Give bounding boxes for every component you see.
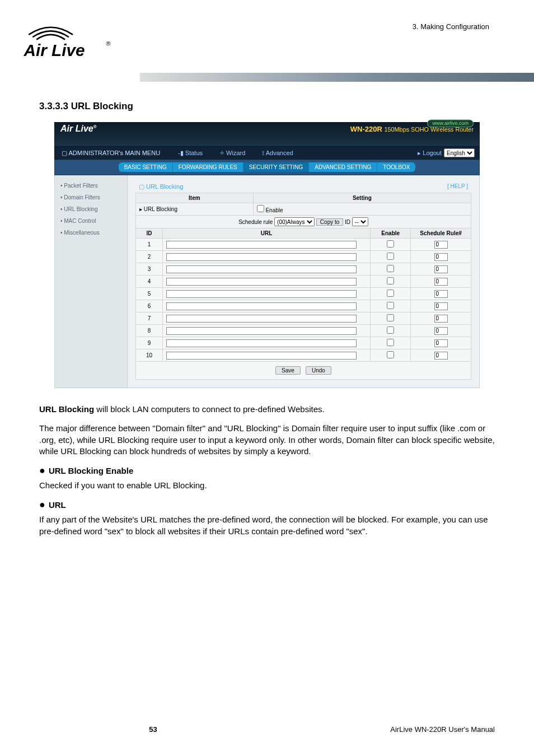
- schedule-rule-input[interactable]: [434, 327, 448, 335]
- col-item: Item: [136, 193, 254, 203]
- app-model: WN-220R 150Mbps SOHO Wireless Router: [350, 125, 474, 133]
- table-row: 8: [136, 325, 471, 337]
- row-enable-checkbox[interactable]: [387, 302, 394, 309]
- hdr-url: URL: [162, 228, 370, 239]
- schedule-rule-input[interactable]: [434, 352, 448, 360]
- row-url-cell: [162, 325, 370, 337]
- row-url-cell: [162, 276, 370, 288]
- row-url-cell: [162, 349, 370, 362]
- row-enable-checkbox[interactable]: [387, 277, 394, 284]
- row-enable-checkbox[interactable]: [387, 339, 394, 346]
- row-url-cell: [162, 337, 370, 349]
- url-input[interactable]: [166, 352, 357, 360]
- row-id: 4: [136, 276, 163, 288]
- row-enable-checkbox[interactable]: [387, 290, 394, 297]
- row-id: 1: [136, 239, 163, 251]
- row-url-cell: [162, 263, 370, 276]
- bullet-url: ●URL: [39, 499, 495, 511]
- url-input[interactable]: [166, 315, 357, 323]
- row-enable-checkbox[interactable]: [387, 265, 394, 272]
- nav-basic-setting[interactable]: BASIC SETTING: [119, 162, 173, 172]
- enable-row-label: ▸ URL Blocking: [136, 203, 254, 216]
- svg-text:Air Live: Air Live: [24, 41, 85, 59]
- row-sched-cell: [411, 312, 471, 325]
- enable-cell: Enable: [253, 203, 471, 216]
- url-input[interactable]: [166, 327, 357, 335]
- row-id: 2: [136, 251, 163, 263]
- schedule-rule-input[interactable]: [434, 253, 448, 261]
- row-sched-cell: [411, 239, 471, 251]
- sidebar-item-miscellaneous[interactable]: • Miscellaneous: [55, 227, 127, 239]
- paragraph-1: URL Blocking will block LAN computers to…: [39, 404, 495, 415]
- row-enable-checkbox[interactable]: [387, 240, 394, 248]
- language-select[interactable]: English: [444, 148, 475, 157]
- save-button[interactable]: Save: [275, 366, 301, 375]
- schedule-rule-input[interactable]: [434, 290, 448, 298]
- id-select[interactable]: --: [352, 217, 368, 226]
- table-row: 3: [136, 263, 471, 276]
- sidebar-item-domain-filters[interactable]: • Domain Filters: [55, 192, 127, 203]
- copy-to-button[interactable]: Copy to: [316, 218, 343, 226]
- row-enable-cell: [371, 288, 411, 300]
- row-enable-checkbox[interactable]: [387, 326, 394, 334]
- bullet-2-text: URL: [49, 500, 66, 510]
- logout-link[interactable]: ▸ Logout: [418, 150, 442, 157]
- header-divider: [140, 73, 534, 82]
- table-row: 9: [136, 337, 471, 349]
- schedule-row: Schedule rule (00)Always Copy to ID --: [136, 216, 471, 228]
- main-menu-label: ▢ ADMINISTRATOR's MAIN MENU: [55, 147, 167, 159]
- p1-rest: will block LAN computers to connect to p…: [94, 404, 325, 414]
- id-label: ID: [345, 219, 350, 225]
- url-input[interactable]: [166, 278, 357, 286]
- row-url-cell: [162, 288, 370, 300]
- url-input[interactable]: [166, 265, 357, 273]
- row-enable-cell: [371, 263, 411, 276]
- row-enable-checkbox[interactable]: [387, 351, 394, 358]
- tab-wizard[interactable]: ✧ Wizard: [219, 150, 245, 157]
- schedule-rule-input[interactable]: [434, 241, 448, 249]
- schedule-rule-input[interactable]: [434, 278, 448, 286]
- schedule-rule-input[interactable]: [434, 315, 448, 323]
- sidebar-item-packet-filters[interactable]: • Packet Filters: [55, 180, 127, 192]
- row-enable-checkbox[interactable]: [387, 253, 394, 260]
- undo-button[interactable]: Undo: [306, 366, 331, 375]
- table-row: 5: [136, 288, 471, 300]
- tab-advanced[interactable]: ⟟ Advanced: [262, 150, 293, 157]
- router-admin-app: www.airlive.com Air Live® WN-220R 150Mbp…: [54, 122, 480, 388]
- nav-forwarding-rules[interactable]: FORWARDING RULES: [173, 162, 243, 172]
- url-table-header: ID URL Enable Schedule Rule#: [136, 228, 471, 239]
- schedule-rule-input[interactable]: [434, 265, 448, 273]
- url-input[interactable]: [166, 290, 357, 298]
- sidebar-item-mac-control[interactable]: • MAC Control: [55, 215, 127, 227]
- url-input[interactable]: [166, 241, 357, 249]
- paragraph-4: If any part of the Website's URL matches…: [39, 514, 495, 537]
- row-enable-checkbox[interactable]: [387, 314, 394, 321]
- p1-strong: URL Blocking: [39, 404, 94, 414]
- table-row: 4: [136, 276, 471, 288]
- button-row: Save Undo: [135, 362, 471, 380]
- nav-advanced-setting[interactable]: ADVANCED SETTING: [309, 162, 377, 172]
- nav-toolbox[interactable]: TOOLBOX: [377, 162, 415, 172]
- url-input[interactable]: [166, 339, 357, 347]
- tab-status[interactable]: -▮ Status: [178, 150, 203, 157]
- brand-reg: ®: [93, 124, 97, 129]
- page-number: 53: [39, 725, 267, 734]
- row-id: 7: [136, 312, 163, 325]
- table-row: 2: [136, 251, 471, 263]
- schedule-rule-select[interactable]: (00)Always: [274, 217, 315, 226]
- schedule-rule-input[interactable]: [434, 302, 448, 310]
- row-enable-cell: [371, 239, 411, 251]
- bullet-url-blocking-enable: ●URL Blocking Enable: [39, 465, 495, 477]
- row-id: 10: [136, 349, 163, 362]
- nav-security-setting[interactable]: SECURITY SETTING: [243, 162, 310, 172]
- row-sched-cell: [411, 276, 471, 288]
- top-tabs: -▮ Status ✧ Wizard ⟟ Advanced: [167, 147, 413, 159]
- help-link[interactable]: [ HELP ]: [447, 183, 468, 190]
- row-enable-cell: [371, 312, 411, 325]
- sidebar-item-url-blocking[interactable]: • URL Blocking: [55, 203, 127, 215]
- col-setting: Setting: [253, 193, 471, 203]
- url-input[interactable]: [166, 302, 357, 310]
- url-blocking-enable-checkbox[interactable]: [257, 205, 264, 212]
- schedule-rule-input[interactable]: [434, 339, 448, 347]
- url-input[interactable]: [166, 253, 357, 261]
